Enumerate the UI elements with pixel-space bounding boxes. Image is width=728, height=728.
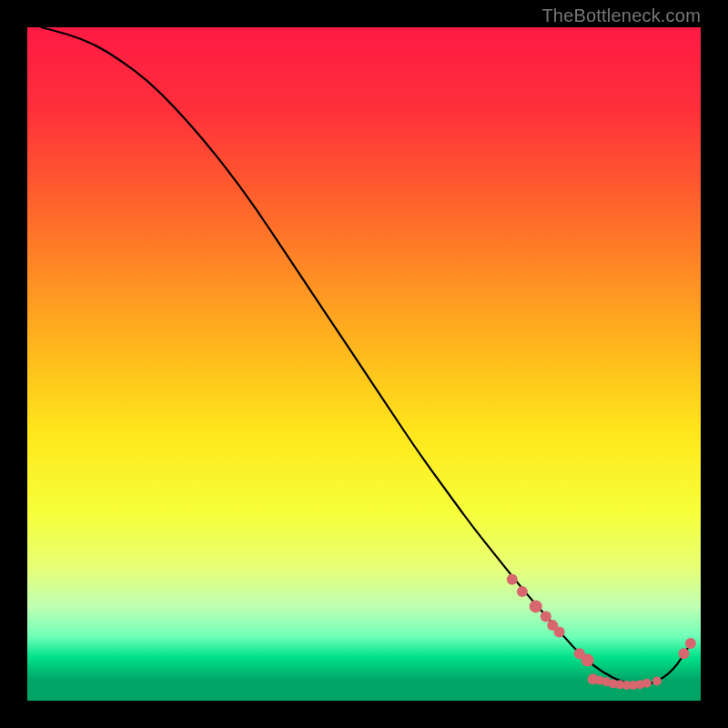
- data-point: [581, 654, 594, 667]
- data-point: [541, 612, 551, 622]
- chart-background: [27, 27, 701, 701]
- data-point: [554, 627, 565, 638]
- data-point: [517, 586, 528, 597]
- chart-frame: [27, 27, 701, 701]
- watermark-text: TheBottleneck.com: [541, 5, 701, 26]
- data-point: [685, 638, 696, 649]
- data-point: [530, 600, 542, 612]
- data-point: [679, 648, 690, 659]
- data-point: [507, 574, 518, 585]
- data-point: [642, 679, 652, 688]
- data-point: [652, 677, 662, 686]
- bottleneck-chart: [27, 27, 701, 701]
